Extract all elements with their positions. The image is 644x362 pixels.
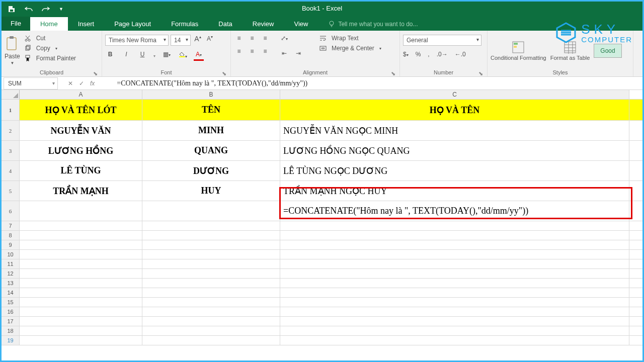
cell[interactable]	[142, 288, 280, 297]
align-center-icon[interactable]: ≡	[247, 48, 257, 58]
col-header-b[interactable]: B	[142, 90, 280, 99]
cell[interactable]	[142, 326, 280, 335]
align-left-icon[interactable]: ≡	[234, 48, 244, 58]
align-middle-icon[interactable]: ≡	[247, 35, 257, 45]
cell[interactable]	[20, 317, 142, 326]
dialog-launcher-icon[interactable]: ⬊	[93, 70, 98, 75]
cell[interactable]	[20, 201, 142, 221]
tab-home[interactable]: Home	[30, 17, 68, 31]
row-header[interactable]: 4	[2, 161, 20, 180]
row-header[interactable]: 6	[2, 201, 20, 221]
cell[interactable]	[280, 317, 629, 326]
copy-button[interactable]: Copy▾	[24, 45, 76, 52]
row-header[interactable]: 15	[2, 298, 20, 307]
cell[interactable]	[20, 326, 142, 335]
cell[interactable]: MINH	[142, 121, 280, 140]
cell[interactable]	[20, 231, 142, 240]
select-all-corner[interactable]	[2, 90, 20, 99]
dialog-launcher-icon[interactable]: ⬊	[390, 70, 395, 75]
cell[interactable]	[142, 269, 280, 278]
wrap-text-button[interactable]: Wrap Text	[319, 35, 381, 42]
cell[interactable]: HỌ VÀ TÊN LÓT	[20, 100, 142, 120]
cell[interactable]: QUANG	[142, 141, 280, 160]
tab-review[interactable]: Review	[243, 17, 284, 31]
cell[interactable]	[20, 336, 142, 345]
cell[interactable]	[142, 279, 280, 288]
cell[interactable]	[142, 336, 280, 345]
row-header[interactable]: 5	[2, 181, 20, 201]
undo-icon[interactable]	[25, 6, 33, 13]
row-header[interactable]: 12	[2, 269, 20, 278]
cell[interactable]	[20, 307, 142, 316]
row-header[interactable]: 9	[2, 240, 20, 249]
cell[interactable]: LÊ TÙNG NGỌC DƯƠNG	[280, 161, 629, 180]
cell[interactable]	[142, 298, 280, 307]
cell[interactable]: DƯƠNG	[142, 161, 280, 180]
cell[interactable]	[20, 269, 142, 278]
conditional-formatting-button[interactable]: Conditional Formatting	[491, 41, 546, 61]
row-header[interactable]: 11	[2, 259, 20, 268]
cell[interactable]	[142, 307, 280, 316]
cell[interactable]	[280, 269, 629, 278]
row-header[interactable]: 14	[2, 288, 20, 297]
style-good-button[interactable]: Good	[594, 44, 621, 58]
tab-page-layout[interactable]: Page Layout	[104, 17, 161, 31]
row-header[interactable]: 3	[2, 141, 20, 160]
row-header[interactable]: 19	[2, 336, 20, 345]
align-right-icon[interactable]: ≡	[260, 48, 270, 58]
cell[interactable]: NGUYỄN VĂN NGỌC MINH	[280, 121, 629, 140]
comma-button[interactable]: ,	[428, 51, 429, 58]
cell[interactable]	[142, 250, 280, 259]
row-header[interactable]: 2	[2, 121, 20, 140]
percent-button[interactable]: %	[416, 51, 421, 58]
tell-me-search[interactable]: Tell me what you want to do...	[328, 21, 418, 31]
cell[interactable]	[280, 288, 629, 297]
cell[interactable]	[280, 250, 629, 259]
cell[interactable]	[20, 298, 142, 307]
decrease-font-icon[interactable]: A▾	[205, 35, 215, 45]
cell[interactable]	[280, 279, 629, 288]
tab-insert[interactable]: Insert	[68, 17, 105, 31]
row-header[interactable]: 18	[2, 326, 20, 335]
name-box[interactable]: SUM	[4, 77, 58, 89]
cell[interactable]: LÊ TÙNG	[20, 161, 142, 180]
cell[interactable]	[142, 221, 280, 230]
cell[interactable]: LƯƠNG HỒNG NGỌC QUANG	[280, 141, 629, 160]
borders-button[interactable]: ▦▾	[162, 51, 172, 61]
underline-button[interactable]: U	[137, 51, 147, 61]
align-bottom-icon[interactable]: ≡	[260, 35, 270, 45]
col-header-c[interactable]: C	[280, 90, 629, 99]
cut-button[interactable]: Cut	[24, 35, 76, 42]
save-icon[interactable]	[8, 5, 16, 13]
font-name-select[interactable]: Times New Roma	[105, 35, 169, 46]
decrease-decimal-icon[interactable]: ←.0	[455, 51, 466, 58]
cell[interactable]: LƯƠNG HỒNG	[20, 141, 142, 160]
cell[interactable]	[280, 231, 629, 240]
cell[interactable]	[20, 279, 142, 288]
cell[interactable]	[280, 259, 629, 268]
paste-button[interactable]: Paste ▼	[5, 36, 20, 65]
row-header[interactable]: 13	[2, 279, 20, 288]
cell[interactable]	[280, 307, 629, 316]
active-cell[interactable]: =CONCATENATE("Hôm nay là ", TEXT(TODAY()…	[280, 201, 629, 221]
qat-dropdown-icon[interactable]: ▼	[59, 7, 63, 12]
cell[interactable]	[20, 221, 142, 230]
currency-button[interactable]: $▾	[403, 51, 409, 58]
tab-formulas[interactable]: Formulas	[161, 17, 208, 31]
increase-decimal-icon[interactable]: .0→	[437, 51, 448, 58]
tab-file[interactable]: File	[2, 17, 30, 31]
italic-button[interactable]: I	[121, 51, 131, 61]
cell[interactable]	[142, 259, 280, 268]
row-header[interactable]: 10	[2, 250, 20, 259]
cell[interactable]	[280, 221, 629, 230]
cancel-formula-button[interactable]: ✕	[68, 80, 73, 87]
font-color-button[interactable]: A▾	[194, 51, 204, 61]
row-header[interactable]: 1	[2, 100, 20, 120]
enter-formula-button[interactable]: ✓	[79, 80, 84, 87]
cell[interactable]	[280, 326, 629, 335]
redo-icon[interactable]	[42, 6, 50, 13]
cell[interactable]	[20, 240, 142, 249]
cell[interactable]	[20, 288, 142, 297]
cell[interactable]	[142, 240, 280, 249]
cell[interactable]: TÊN	[142, 100, 280, 120]
